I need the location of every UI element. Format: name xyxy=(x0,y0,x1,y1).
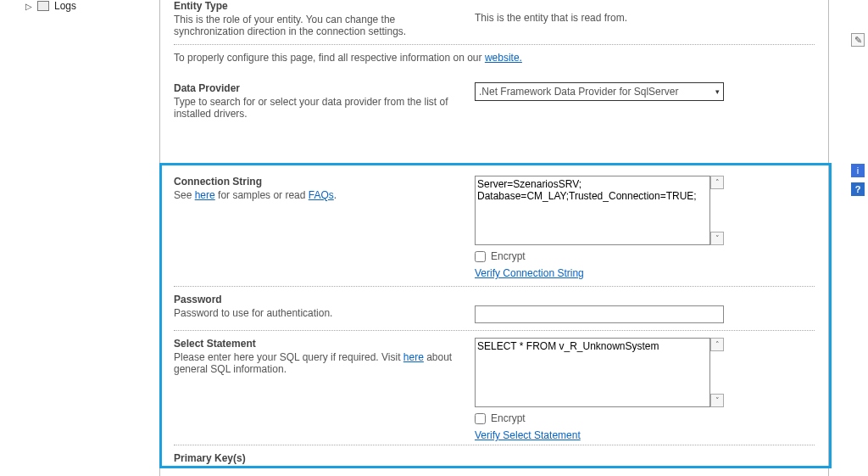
password-input[interactable] xyxy=(475,305,724,323)
scroll-down-icon[interactable]: ˅ xyxy=(710,394,724,407)
scroll-up-icon[interactable]: ˄ xyxy=(710,338,724,351)
entity-readonly-text: This is the entity that is read from. xyxy=(475,12,627,24)
info-icon[interactable]: i xyxy=(851,164,865,177)
scroll-down-icon[interactable]: ˅ xyxy=(710,232,724,245)
edit-icon[interactable]: ✎ xyxy=(851,33,865,47)
select-statement-desc: Please enter here your SQL query if requ… xyxy=(174,351,463,375)
data-provider-title: Data Provider xyxy=(174,82,463,94)
verify-connection-link[interactable]: Verify Connection String xyxy=(475,267,584,279)
conn-encrypt-checkbox[interactable] xyxy=(475,251,486,262)
password-desc: Password to use for authentication. xyxy=(174,307,463,319)
entity-type-desc: This is the role of your entity. You can… xyxy=(174,14,463,37)
help-icon[interactable]: ? xyxy=(851,182,865,196)
scroll-up-icon[interactable]: ˄ xyxy=(710,176,724,189)
connection-string-desc: See here for samples or read FAQs. xyxy=(174,189,463,201)
website-link[interactable]: website. xyxy=(485,52,522,64)
chevron-down-icon: ▾ xyxy=(715,87,720,96)
data-provider-desc: Type to search for or select your data p… xyxy=(174,96,463,120)
data-provider-select[interactable]: .Net Framework Data Provider for SqlServ… xyxy=(475,82,724,101)
tree-expand-icon: ▷ xyxy=(25,2,32,11)
select-encrypt-label: Encrypt xyxy=(491,412,526,424)
sql-help-link[interactable]: here xyxy=(403,351,424,363)
select-statement-title: Select Statement xyxy=(174,338,463,350)
primary-key-title: Primary Key(s) xyxy=(174,452,463,464)
connection-string-input[interactable] xyxy=(475,176,710,245)
logs-icon xyxy=(37,1,49,11)
conn-desc-suffix: . xyxy=(334,189,337,201)
conn-encrypt-label: Encrypt xyxy=(491,250,526,262)
samples-link[interactable]: here xyxy=(195,189,215,201)
conn-desc-mid: for samples or read xyxy=(215,189,309,201)
config-note-prefix: To properly configure this page, find al… xyxy=(174,52,485,64)
select-desc-prefix: Please enter here your SQL query if requ… xyxy=(174,351,403,363)
entity-type-title: Entity Type xyxy=(174,0,463,12)
select-statement-input[interactable] xyxy=(475,338,710,407)
form-panel: Entity Type This is the role of your ent… xyxy=(159,0,829,476)
right-toolbar: ✎ i ? xyxy=(849,31,866,199)
conn-desc-prefix: See xyxy=(174,189,195,201)
tree-item-logs[interactable]: ▷ Logs xyxy=(25,0,144,12)
password-title: Password xyxy=(174,294,463,305)
data-provider-selected: .Net Framework Data Provider for SqlServ… xyxy=(479,86,678,98)
connection-string-title: Connection String xyxy=(174,176,463,188)
verify-select-link[interactable]: Verify Select Statement xyxy=(475,429,581,441)
faqs-link[interactable]: FAQs xyxy=(309,189,334,201)
select-encrypt-checkbox[interactable] xyxy=(475,413,486,424)
tree-item-label: Logs xyxy=(54,0,76,12)
